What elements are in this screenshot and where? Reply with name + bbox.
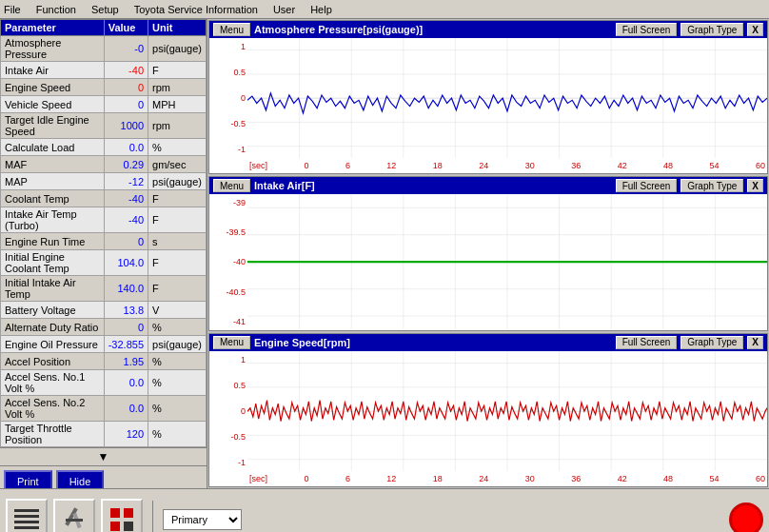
table-row: Atmosphere Pressure -0 psi(gauge)	[1, 36, 207, 62]
svg-rect-49	[66, 519, 83, 522]
record-button[interactable]	[729, 502, 763, 532]
param-value: 0	[104, 79, 148, 96]
table-row: Engine Oil Pressure -32.855 psi(gauge)	[1, 336, 207, 353]
param-unit: F	[148, 62, 207, 79]
hide-button[interactable]: Hide	[56, 470, 105, 488]
graph1-close-button[interactable]: X	[747, 23, 763, 36]
param-unit: rpm	[148, 79, 207, 96]
param-name: Atmosphere Pressure	[1, 36, 105, 62]
graph3-x-axis: [sec] 0 6 12 18 24 30 36 42 48 54 60	[209, 471, 767, 486]
param-unit: psi(gauge)	[148, 36, 207, 62]
graph-atmosphere: Menu Atmosphere Pressure[psi(gauge)] Ful…	[208, 20, 768, 174]
graph3-close-button[interactable]: X	[747, 336, 763, 349]
parameter-table: Parameter Value Unit Atmosphere Pressure…	[0, 19, 207, 447]
graph1-body: 1 0.5 0 -0.5 -1	[209, 38, 767, 158]
scroll-down-arrow[interactable]: ▼	[98, 450, 109, 463]
print-button[interactable]: Print	[4, 470, 52, 488]
icon-btn-3[interactable]	[101, 499, 143, 532]
svg-rect-43	[14, 509, 39, 512]
param-unit: %	[148, 422, 207, 447]
graph-intake-air: Menu Intake Air[F] Full Screen Graph Typ…	[208, 176, 768, 330]
graph2-menu-button[interactable]: Menu	[213, 179, 250, 192]
menubar: File Function Setup Toyota Service Infor…	[0, 0, 769, 19]
param-name: Target Idle Engine Speed	[1, 113, 105, 139]
right-panel: Menu Atmosphere Pressure[psi(gauge)] Ful…	[207, 19, 769, 488]
primary-dropdown[interactable]: Primary Secondary	[163, 509, 242, 530]
param-value: 104.0	[104, 250, 148, 276]
param-unit: F	[148, 276, 207, 302]
param-value: 0.0	[104, 370, 148, 396]
param-value: 1.95	[104, 353, 148, 370]
icon-btn-1[interactable]	[6, 499, 48, 532]
icon-btn-2[interactable]	[53, 499, 95, 532]
param-name: MAF	[1, 156, 105, 173]
param-name: Battery Voltage	[1, 302, 105, 319]
menu-setup[interactable]: Setup	[91, 4, 119, 15]
graph-header-2: Menu Intake Air[F] Full Screen Graph Typ…	[209, 177, 767, 194]
list-icon	[12, 505, 41, 532]
param-value: -0	[104, 36, 148, 62]
col-header-unit: Unit	[148, 20, 207, 36]
graph-engine-speed: Menu Engine Speed[rpm] Full Screen Graph…	[208, 333, 768, 487]
graph-header-3: Menu Engine Speed[rpm] Full Screen Graph…	[209, 334, 767, 351]
graph1-graphtype-button[interactable]: Graph Type	[680, 23, 743, 36]
table-row: Intake Air -40 F	[1, 62, 207, 79]
table-row: Target Throttle Position 120 %	[1, 422, 207, 447]
menu-file[interactable]: File	[4, 4, 21, 15]
param-name: Engine Oil Pressure	[1, 336, 105, 353]
param-unit: %	[148, 139, 207, 156]
param-unit: psi(gauge)	[148, 336, 207, 353]
param-unit: s	[148, 233, 207, 250]
param-name: Engine Run Time	[1, 233, 105, 250]
param-unit: %	[148, 370, 207, 396]
param-value: 1000	[104, 113, 148, 139]
param-value: 0.0	[104, 139, 148, 156]
param-value: -12	[104, 173, 148, 190]
table-row: Engine Run Time 0 s	[1, 233, 207, 250]
param-value: 0.29	[104, 156, 148, 173]
graph1-svg	[247, 38, 767, 158]
graph3-graphtype-button[interactable]: Graph Type	[680, 336, 743, 349]
param-value: -40	[104, 207, 148, 233]
graph1-x-axis: [sec] 0 6 12 18 24 30 36 42 48 54 60	[209, 158, 767, 173]
svg-rect-53	[124, 522, 133, 531]
graph1-menu-button[interactable]: Menu	[213, 23, 250, 36]
param-value: 13.8	[104, 302, 148, 319]
graph3-svg	[247, 351, 767, 471]
menu-user[interactable]: User	[273, 4, 295, 15]
left-panel: Parameter Value Unit Atmosphere Pressure…	[0, 19, 207, 488]
param-value: -40	[104, 62, 148, 79]
menu-function[interactable]: Function	[36, 4, 76, 15]
param-name: Accel Sens. No.1 Volt %	[1, 370, 105, 396]
param-unit: V	[148, 302, 207, 319]
graph1-fullscreen-button[interactable]: Full Screen	[616, 23, 678, 36]
menu-help[interactable]: Help	[310, 4, 332, 15]
graph3-menu-button[interactable]: Menu	[213, 336, 250, 349]
table-row: Alternate Duty Ratio 0 %	[1, 319, 207, 336]
svg-rect-44	[14, 515, 39, 518]
table-row: Accel Sens. No.1 Volt % 0.0 %	[1, 370, 207, 396]
graph2-fullscreen-button[interactable]: Full Screen	[616, 179, 678, 192]
param-name: Initial Intake Air Temp	[1, 276, 105, 302]
table-row: Accel Position 1.95 %	[1, 353, 207, 370]
table-row: MAF 0.29 gm/sec	[1, 156, 207, 173]
param-unit: F	[148, 250, 207, 276]
graph2-close-button[interactable]: X	[747, 179, 763, 192]
table-row: Battery Voltage 13.8 V	[1, 302, 207, 319]
graph3-y-axis: 1 0.5 0 -0.5 -1	[209, 351, 247, 471]
param-name: Accel Position	[1, 353, 105, 370]
graph2-body: -39 -39.5 -40 -40.5 -41	[209, 194, 767, 329]
param-unit: %	[148, 319, 207, 336]
svg-rect-51	[124, 508, 133, 518]
menu-toyota[interactable]: Toyota Service Information	[134, 4, 258, 15]
graph3-x-labels: [sec] 0 6 12 18 24 30 36 42 48 54 60	[247, 474, 767, 483]
graph3-title: Engine Speed[rpm]	[254, 337, 616, 348]
data-icon	[108, 505, 136, 532]
svg-rect-52	[110, 522, 120, 531]
param-name: Coolant Temp	[1, 190, 105, 207]
param-unit: psi(gauge)	[148, 173, 207, 190]
graph2-graphtype-button[interactable]: Graph Type	[680, 179, 743, 192]
param-name: Intake Air	[1, 62, 105, 79]
tools-icon	[60, 505, 89, 532]
graph3-fullscreen-button[interactable]: Full Screen	[616, 336, 678, 349]
